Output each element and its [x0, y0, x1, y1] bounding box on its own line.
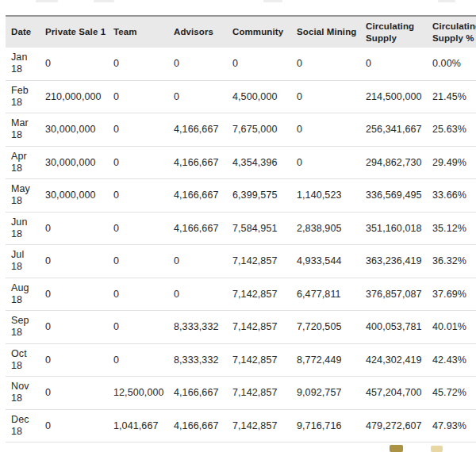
date-month: Apr [11, 151, 41, 163]
date-cell: Aug 18 [6, 278, 45, 311]
cell-team: 0 [113, 343, 174, 377]
cell-circulating-supply-pct: 29.49% [432, 146, 476, 179]
cell-circulating-supply-pct: 21.45% [432, 80, 476, 113]
cell-circulating-supply-pct: 0.00% [432, 48, 476, 80]
date-cell: Feb 18 [6, 80, 45, 113]
cell-social-mining: 1,140,523 [297, 179, 366, 213]
date-year: 18 [11, 327, 41, 339]
column-header: Social Mining [297, 16, 366, 48]
cropped-text-remnant [94, 0, 114, 2]
cell-circulating-supply: 351,160,018 [366, 212, 432, 245]
cell-circulating-supply: 376,857,087 [366, 278, 432, 311]
cell-circulating-supply-pct: 33.66% [432, 179, 476, 213]
cell-social-mining: 9,716,716 [297, 409, 366, 442]
table-row: Apr 18 30,000,000 0 4,166,667 4,354,396 … [6, 146, 476, 179]
date-month: Feb [11, 85, 41, 97]
date-cell: Jul 18 [6, 245, 45, 278]
date-month: May [11, 183, 41, 195]
cell-team: 0 [113, 80, 174, 113]
cell-circulating-supply: 400,053,781 [366, 311, 432, 344]
cell-community: 7,142,857 [232, 409, 297, 442]
table-row: Jan 18 0 0 0 0 0 0 0.00% [6, 48, 476, 80]
cell-private-sale: 0 [45, 212, 113, 245]
date-year: 18 [11, 129, 41, 141]
cell-social-mining: 7,720,505 [297, 311, 366, 344]
cropped-text-remnant [36, 0, 58, 2]
date-cell: Jan 18 [6, 48, 45, 80]
cell-social-mining: 9,092,757 [297, 377, 366, 410]
cell-private-sale: 0 [45, 278, 113, 311]
cell-private-sale: 0 [45, 377, 113, 410]
date-year: 18 [11, 360, 41, 372]
cell-community: 7,675,000 [232, 113, 297, 147]
column-header-label: Date [11, 26, 41, 38]
cell-circulating-supply: 424,302,419 [366, 343, 432, 377]
column-header-label: Social Mining [297, 26, 362, 38]
date-month: Oct [11, 348, 41, 360]
cell-social-mining: 6,477,811 [297, 278, 366, 311]
token-release-schedule-table: DatePrivate Sale 1TeamAdvisorsCommunityS… [6, 15, 476, 442]
table-row: Nov 18 0 12,500,000 4,166,667 7,142,857 … [6, 377, 476, 410]
cell-advisors: 4,166,667 [174, 113, 232, 147]
cell-advisors: 4,166,667 [174, 377, 232, 410]
date-month: Nov [11, 381, 41, 393]
cell-social-mining: 8,772,449 [297, 343, 366, 377]
cell-advisors: 0 [174, 278, 232, 311]
column-header: Advisors [174, 16, 232, 48]
cell-team: 1,041,667 [113, 409, 174, 442]
table-row: Feb 18 210,000,000 0 0 4,500,000 0 214,5… [6, 80, 476, 113]
cell-community: 7,142,857 [232, 311, 297, 344]
date-year: 18 [11, 393, 41, 404]
date-year: 18 [11, 97, 41, 109]
cell-advisors: 0 [174, 245, 232, 278]
cell-circulating-supply-pct: 25.63% [432, 113, 476, 147]
table-row: Jul 18 0 0 0 7,142,857 4,933,544 363,236… [6, 245, 476, 278]
cell-private-sale: 0 [45, 343, 113, 377]
cell-advisors: 4,166,667 [174, 409, 232, 442]
date-cell: Oct 18 [6, 343, 45, 377]
date-year: 18 [11, 426, 41, 438]
cell-circulating-supply-pct: 37.69% [432, 278, 476, 311]
cell-private-sale: 30,000,000 [45, 179, 113, 213]
date-month: Jun [11, 216, 41, 228]
table-row: Dec 18 0 1,041,667 4,166,667 7,142,857 9… [6, 409, 476, 442]
cell-community: 0 [232, 48, 297, 80]
cell-community: 4,354,396 [232, 146, 297, 179]
cell-team: 12,500,000 [113, 377, 174, 410]
cell-private-sale: 30,000,000 [45, 146, 113, 179]
cell-advisors: 4,166,667 [174, 146, 232, 179]
cell-social-mining: 0 [297, 113, 366, 147]
date-year: 18 [11, 163, 41, 174]
cell-social-mining: 0 [297, 146, 366, 179]
table-row: Oct 18 0 0 8,333,332 7,142,857 8,772,449… [6, 343, 476, 377]
watermark-fragment-dark [390, 445, 403, 452]
cell-circulating-supply: 256,341,667 [366, 113, 432, 147]
date-month: Aug [11, 282, 41, 294]
table-body: Jan 18 0 0 0 0 0 0 0.00% Feb 18 210,000,… [6, 48, 476, 442]
date-cell: Jun 18 [6, 212, 45, 245]
cell-team: 0 [113, 179, 174, 213]
cell-advisors: 0 [174, 80, 232, 113]
cell-private-sale: 0 [45, 409, 113, 442]
column-header: Team [113, 16, 174, 48]
cell-circulating-supply: 0 [366, 48, 432, 80]
column-header-label: Circulating Supply % [432, 21, 476, 44]
cell-team: 0 [113, 113, 174, 147]
cell-private-sale: 0 [45, 48, 113, 80]
column-header-label: Community [232, 26, 293, 38]
date-month: Sep [11, 315, 41, 327]
cell-team: 0 [113, 245, 174, 278]
cell-circulating-supply: 294,862,730 [366, 146, 432, 179]
date-year: 18 [11, 195, 41, 207]
cell-private-sale: 0 [45, 311, 113, 344]
cell-community: 4,500,000 [232, 80, 297, 113]
watermark-fragment-pale [431, 446, 443, 452]
column-header: Circulating Supply [366, 16, 432, 48]
cell-private-sale: 30,000,000 [45, 113, 113, 147]
table-row: Sep 18 0 0 8,333,332 7,142,857 7,720,505… [6, 311, 476, 344]
date-year: 18 [11, 261, 41, 273]
cell-circulating-supply: 457,204,700 [366, 377, 432, 410]
cell-circulating-supply-pct: 45.72% [432, 377, 476, 410]
cell-social-mining: 0 [297, 80, 366, 113]
date-month: Jan [11, 52, 41, 63]
